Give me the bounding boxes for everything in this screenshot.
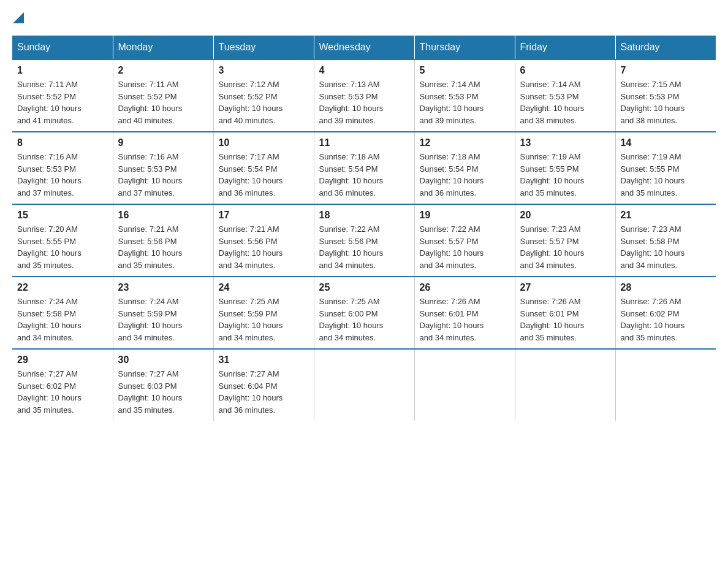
logo-triangle-icon [13, 12, 24, 23]
calendar-cell: 3Sunrise: 7:12 AMSunset: 5:52 PMDaylight… [213, 59, 314, 132]
calendar-cell: 11Sunrise: 7:18 AMSunset: 5:54 PMDayligh… [314, 132, 414, 204]
calendar-cell [414, 349, 515, 421]
day-info: Sunrise: 7:11 AMSunset: 5:52 PMDaylight:… [118, 79, 208, 126]
day-info: Sunrise: 7:19 AMSunset: 5:55 PMDaylight:… [520, 151, 610, 199]
day-info: Sunrise: 7:25 AMSunset: 5:59 PMDaylight:… [219, 296, 309, 343]
day-number: 6 [520, 65, 610, 76]
calendar-cell: 10Sunrise: 7:17 AMSunset: 5:54 PMDayligh… [213, 132, 314, 204]
day-of-week-thursday: Thursday [414, 36, 515, 59]
calendar-cell: 16Sunrise: 7:21 AMSunset: 5:56 PMDayligh… [113, 204, 213, 277]
days-header-row: SundayMondayTuesdayWednesdayThursdayFrid… [12, 36, 716, 59]
calendar-cell: 18Sunrise: 7:22 AMSunset: 5:56 PMDayligh… [314, 204, 414, 277]
day-number: 13 [520, 137, 610, 148]
day-number: 29 [17, 354, 108, 366]
day-number: 17 [219, 210, 309, 221]
calendar-cell: 12Sunrise: 7:18 AMSunset: 5:54 PMDayligh… [414, 132, 515, 204]
day-info: Sunrise: 7:23 AMSunset: 5:58 PMDaylight:… [621, 223, 711, 271]
calendar-cell: 28Sunrise: 7:26 AMSunset: 6:02 PMDayligh… [615, 277, 716, 349]
day-info: Sunrise: 7:21 AMSunset: 5:56 PMDaylight:… [219, 223, 309, 271]
calendar-cell: 5Sunrise: 7:14 AMSunset: 5:53 PMDaylight… [414, 59, 515, 132]
calendar-cell: 4Sunrise: 7:13 AMSunset: 5:53 PMDaylight… [314, 59, 414, 132]
day-info: Sunrise: 7:25 AMSunset: 6:00 PMDaylight:… [319, 296, 409, 343]
day-number: 10 [219, 137, 309, 148]
day-number: 31 [219, 354, 309, 366]
calendar-cell: 1Sunrise: 7:11 AMSunset: 5:52 PMDaylight… [12, 59, 113, 132]
day-info: Sunrise: 7:18 AMSunset: 5:54 PMDaylight:… [420, 151, 510, 199]
calendar-cell: 26Sunrise: 7:26 AMSunset: 6:01 PMDayligh… [414, 277, 515, 349]
calendar-cell: 25Sunrise: 7:25 AMSunset: 6:00 PMDayligh… [314, 277, 414, 349]
day-info: Sunrise: 7:24 AMSunset: 5:59 PMDaylight:… [118, 296, 208, 343]
day-info: Sunrise: 7:22 AMSunset: 5:56 PMDaylight:… [319, 223, 409, 271]
day-info: Sunrise: 7:21 AMSunset: 5:56 PMDaylight:… [118, 223, 208, 271]
day-info: Sunrise: 7:18 AMSunset: 5:54 PMDaylight:… [319, 151, 409, 199]
day-number: 24 [219, 282, 309, 293]
calendar-cell: 27Sunrise: 7:26 AMSunset: 6:01 PMDayligh… [515, 277, 615, 349]
day-number: 23 [118, 282, 208, 293]
calendar-cell: 13Sunrise: 7:19 AMSunset: 5:55 PMDayligh… [515, 132, 615, 204]
calendar-cell: 17Sunrise: 7:21 AMSunset: 5:56 PMDayligh… [213, 204, 314, 277]
calendar-cell: 15Sunrise: 7:20 AMSunset: 5:55 PMDayligh… [12, 204, 113, 277]
day-number: 22 [17, 282, 108, 293]
calendar-cell: 30Sunrise: 7:27 AMSunset: 6:03 PMDayligh… [113, 349, 213, 421]
day-info: Sunrise: 7:14 AMSunset: 5:53 PMDaylight:… [420, 79, 510, 126]
day-info: Sunrise: 7:27 AMSunset: 6:04 PMDaylight:… [219, 368, 309, 416]
day-number: 3 [219, 65, 309, 76]
day-number: 18 [319, 210, 409, 221]
calendar-body: 1Sunrise: 7:11 AMSunset: 5:52 PMDaylight… [12, 59, 716, 421]
day-of-week-wednesday: Wednesday [314, 36, 414, 59]
day-number: 14 [621, 137, 711, 148]
week-row-3: 15Sunrise: 7:20 AMSunset: 5:55 PMDayligh… [12, 204, 716, 277]
day-info: Sunrise: 7:23 AMSunset: 5:57 PMDaylight:… [520, 223, 610, 271]
calendar-cell [314, 349, 414, 421]
calendar-cell: 20Sunrise: 7:23 AMSunset: 5:57 PMDayligh… [515, 204, 615, 277]
day-of-week-tuesday: Tuesday [213, 36, 314, 59]
day-info: Sunrise: 7:14 AMSunset: 5:53 PMDaylight:… [520, 79, 610, 126]
calendar-cell: 22Sunrise: 7:24 AMSunset: 5:58 PMDayligh… [12, 277, 113, 349]
day-info: Sunrise: 7:16 AMSunset: 5:53 PMDaylight:… [17, 151, 108, 199]
day-info: Sunrise: 7:12 AMSunset: 5:52 PMDaylight:… [219, 79, 309, 126]
day-info: Sunrise: 7:24 AMSunset: 5:58 PMDaylight:… [17, 296, 108, 343]
calendar-cell: 21Sunrise: 7:23 AMSunset: 5:58 PMDayligh… [615, 204, 716, 277]
day-info: Sunrise: 7:26 AMSunset: 6:01 PMDaylight:… [520, 296, 610, 343]
calendar-cell: 29Sunrise: 7:27 AMSunset: 6:02 PMDayligh… [12, 349, 113, 421]
day-number: 5 [420, 65, 510, 76]
day-number: 7 [621, 65, 711, 76]
calendar-cell [515, 349, 615, 421]
calendar-cell: 14Sunrise: 7:19 AMSunset: 5:55 PMDayligh… [615, 132, 716, 204]
calendar-table: SundayMondayTuesdayWednesdayThursdayFrid… [12, 36, 716, 421]
calendar-header: SundayMondayTuesdayWednesdayThursdayFrid… [12, 36, 716, 59]
day-number: 4 [319, 65, 409, 76]
day-number: 26 [420, 282, 510, 293]
day-number: 2 [118, 65, 208, 76]
day-number: 8 [17, 137, 108, 148]
calendar-cell: 2Sunrise: 7:11 AMSunset: 5:52 PMDaylight… [113, 59, 213, 132]
day-info: Sunrise: 7:27 AMSunset: 6:02 PMDaylight:… [17, 368, 108, 416]
calendar-cell: 9Sunrise: 7:16 AMSunset: 5:53 PMDaylight… [113, 132, 213, 204]
calendar-cell: 23Sunrise: 7:24 AMSunset: 5:59 PMDayligh… [113, 277, 213, 349]
day-of-week-monday: Monday [113, 36, 213, 59]
calendar-cell [615, 349, 716, 421]
day-number: 1 [17, 65, 108, 76]
day-info: Sunrise: 7:20 AMSunset: 5:55 PMDaylight:… [17, 223, 108, 271]
calendar-cell: 24Sunrise: 7:25 AMSunset: 5:59 PMDayligh… [213, 277, 314, 349]
day-info: Sunrise: 7:19 AMSunset: 5:55 PMDaylight:… [621, 151, 711, 199]
day-number: 9 [118, 137, 208, 148]
week-row-4: 22Sunrise: 7:24 AMSunset: 5:58 PMDayligh… [12, 277, 716, 349]
day-number: 30 [118, 354, 208, 366]
day-info: Sunrise: 7:11 AMSunset: 5:52 PMDaylight:… [17, 79, 108, 126]
day-info: Sunrise: 7:13 AMSunset: 5:53 PMDaylight:… [319, 79, 409, 126]
day-info: Sunrise: 7:17 AMSunset: 5:54 PMDaylight:… [219, 151, 309, 199]
day-info: Sunrise: 7:26 AMSunset: 6:02 PMDaylight:… [621, 296, 711, 343]
calendar-cell: 8Sunrise: 7:16 AMSunset: 5:53 PMDaylight… [12, 132, 113, 204]
day-number: 12 [420, 137, 510, 148]
day-info: Sunrise: 7:16 AMSunset: 5:53 PMDaylight:… [118, 151, 208, 199]
day-info: Sunrise: 7:27 AMSunset: 6:03 PMDaylight:… [118, 368, 208, 416]
day-of-week-friday: Friday [515, 36, 615, 59]
week-row-2: 8Sunrise: 7:16 AMSunset: 5:53 PMDaylight… [12, 132, 716, 204]
day-number: 25 [319, 282, 409, 293]
day-number: 11 [319, 137, 409, 148]
page-header [12, 12, 716, 25]
day-number: 19 [420, 210, 510, 221]
calendar-cell: 31Sunrise: 7:27 AMSunset: 6:04 PMDayligh… [213, 349, 314, 421]
day-number: 27 [520, 282, 610, 293]
